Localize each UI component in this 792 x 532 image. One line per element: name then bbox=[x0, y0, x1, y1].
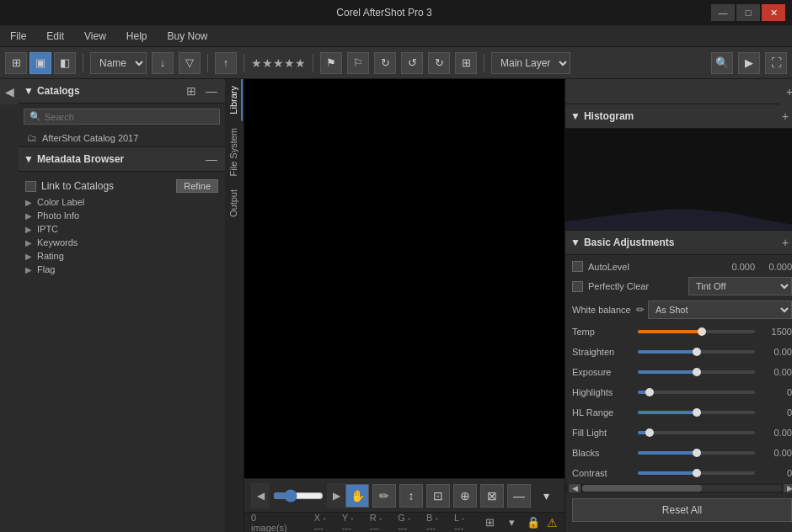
menu-help[interactable]: Help bbox=[123, 29, 151, 44]
search-btn[interactable]: 🔍 bbox=[711, 52, 733, 74]
adj-exposure-track[interactable] bbox=[638, 370, 755, 374]
adj-filllight-label: Fill Light bbox=[572, 428, 633, 438]
adj-hlrange-track[interactable] bbox=[638, 411, 755, 414]
tool-crop-btn[interactable]: ✏ bbox=[372, 484, 396, 508]
white-balance-select[interactable]: As Shot bbox=[648, 301, 792, 319]
zoom-min-btn[interactable]: ◀ bbox=[251, 483, 270, 508]
fullscreen-btn[interactable]: ⛶ bbox=[765, 52, 787, 74]
tab-output[interactable]: Output bbox=[226, 183, 243, 224]
left-panel-collapse-btn[interactable]: ◀ bbox=[0, 79, 19, 104]
perfectly-clear-label: Perfectly Clear bbox=[588, 281, 683, 291]
flag-btn[interactable]: ⚑ bbox=[320, 52, 342, 74]
menu-buynow[interactable]: Buy Now bbox=[164, 29, 211, 44]
metadata-flag[interactable]: ▶ Flag bbox=[19, 263, 225, 276]
layer-select[interactable]: Main Layer bbox=[491, 52, 570, 74]
left-content: ▼ Catalogs ⊞ — 🔍 🗂 After bbox=[19, 79, 225, 532]
metadata-body: Link to Catalogs Refine ▶ Color Label ▶ … bbox=[19, 172, 225, 532]
perfectly-clear-select[interactable]: Tint Off bbox=[688, 277, 792, 295]
adj-contrast-thumb bbox=[693, 469, 701, 477]
tab-filesystem[interactable]: File System bbox=[226, 121, 243, 183]
scroll-left-btn[interactable]: ◀ bbox=[569, 484, 581, 492]
tool-redeye-btn[interactable]: ⊡ bbox=[426, 484, 450, 508]
right-panel-add-btn[interactable]: + bbox=[780, 79, 792, 104]
star-rating[interactable]: ★★★★★ bbox=[251, 56, 306, 70]
metadata-color-label[interactable]: ▶ Color Label bbox=[19, 195, 225, 209]
menu-file[interactable]: File bbox=[7, 29, 29, 44]
tool-hand-btn[interactable]: ✋ bbox=[345, 484, 369, 508]
wb-pencil-icon[interactable]: ✏ bbox=[636, 304, 645, 316]
menu-view[interactable]: View bbox=[81, 29, 110, 44]
filter-btn[interactable]: ▽ bbox=[179, 52, 201, 74]
histogram-svg bbox=[565, 129, 792, 230]
adj-highlights-thumb bbox=[645, 388, 654, 396]
histogram-add-btn[interactable]: + bbox=[777, 108, 792, 125]
status-x: X ---- bbox=[314, 513, 329, 533]
tool-more-btn[interactable]: ▾ bbox=[534, 484, 558, 508]
status-g: G ---- bbox=[398, 513, 413, 533]
histogram-header[interactable]: ▼ Histogram + bbox=[565, 104, 792, 129]
metadata-keywords[interactable]: ▶ Keywords bbox=[19, 236, 225, 249]
adj-horizontal-scroll[interactable]: ◀ ▶ bbox=[565, 483, 792, 493]
sort-dir-btn[interactable]: ↓ bbox=[152, 52, 174, 74]
adj-body: AutoLevel 0.000 0.000 Perfectly Clear Ti… bbox=[565, 255, 792, 530]
catalog-item[interactable]: 🗂 AfterShot Catalog 2017 bbox=[19, 130, 225, 146]
close-button[interactable]: ✕ bbox=[762, 4, 785, 21]
adj-exposure-value: 0.00 bbox=[760, 367, 792, 377]
refine-button[interactable]: Refine bbox=[176, 179, 218, 193]
redo-btn[interactable]: ↻ bbox=[428, 52, 450, 74]
sort-select[interactable]: Name bbox=[90, 52, 147, 74]
adj-filllight-track[interactable] bbox=[638, 431, 755, 434]
single-view-btn[interactable]: ▣ bbox=[29, 52, 51, 74]
histogram-title: ▼ Histogram bbox=[570, 110, 634, 122]
tool-pen-btn[interactable]: — bbox=[507, 484, 531, 508]
catalogs-copy-btn[interactable]: ⊞ bbox=[183, 82, 200, 99]
play-btn[interactable]: ▶ bbox=[738, 52, 760, 74]
flag2-btn[interactable]: ⚐ bbox=[347, 52, 369, 74]
tool-blemish-btn[interactable]: ⊕ bbox=[453, 484, 477, 508]
grid-view-btn[interactable]: ⊞ bbox=[5, 52, 27, 74]
status-lock[interactable]: 🔒 bbox=[525, 514, 542, 531]
catalogs-title: ▼ Catalogs bbox=[24, 85, 80, 97]
zoom-slider[interactable] bbox=[273, 489, 324, 503]
adj-blacks-track[interactable] bbox=[638, 451, 755, 455]
rotate-btn[interactable]: ↻ bbox=[374, 52, 396, 74]
catalog-item-label: AfterShot Catalog 2017 bbox=[42, 133, 138, 143]
autolevel-checkbox[interactable] bbox=[572, 261, 583, 272]
tool-gradient-btn[interactable]: ⊠ bbox=[480, 484, 504, 508]
adj-highlights-value: 0 bbox=[760, 387, 792, 397]
catalogs-add-btn[interactable]: — bbox=[203, 82, 220, 99]
tool-rotate-btn[interactable]: ↕ bbox=[399, 484, 423, 508]
adj-temp-track[interactable] bbox=[638, 330, 755, 333]
adj-highlights-track[interactable] bbox=[638, 391, 755, 394]
metadata-iptc[interactable]: ▶ IPTC bbox=[19, 222, 225, 236]
menu-edit[interactable]: Edit bbox=[43, 29, 67, 44]
link-to-catalogs-checkbox[interactable] bbox=[25, 181, 36, 192]
catalogs-header[interactable]: ▼ Catalogs ⊞ — bbox=[19, 79, 225, 104]
tab-library[interactable]: Library bbox=[226, 79, 243, 121]
reset-all-button[interactable]: Reset All bbox=[572, 498, 792, 522]
adjustments-add-btn[interactable]: + bbox=[777, 234, 792, 251]
minimize-button[interactable]: — bbox=[711, 4, 735, 21]
maximize-button[interactable]: □ bbox=[736, 4, 760, 21]
right-panel-content: + ▼ Histogram + bbox=[565, 79, 792, 532]
search-input[interactable] bbox=[45, 112, 214, 122]
adj-contrast-track[interactable] bbox=[638, 471, 755, 475]
export2-btn[interactable]: ⊞ bbox=[455, 52, 477, 74]
status-icon2[interactable]: ▾ bbox=[503, 514, 520, 531]
perfectly-clear-checkbox[interactable] bbox=[572, 281, 583, 292]
metadata-rating[interactable]: ▶ Rating bbox=[19, 249, 225, 263]
adj-hlrange-fill bbox=[638, 411, 697, 414]
metadata-add-btn[interactable]: — bbox=[203, 151, 220, 168]
undo-btn[interactable]: ↺ bbox=[401, 52, 423, 74]
metadata-photo-info[interactable]: ▶ Photo Info bbox=[19, 209, 225, 222]
export-btn[interactable]: ↑ bbox=[215, 52, 237, 74]
zoom-max-btn[interactable]: ▶ bbox=[327, 483, 345, 508]
collapse-arrow-catalogs: ▼ bbox=[24, 85, 34, 97]
scroll-right-btn[interactable]: ▶ bbox=[784, 484, 792, 492]
status-icon1[interactable]: ⊞ bbox=[481, 514, 498, 531]
adj-straighten-track[interactable] bbox=[638, 350, 755, 354]
compare-view-btn[interactable]: ◧ bbox=[54, 52, 76, 74]
toolbar: ⊞ ▣ ◧ Name ↓ ▽ ↑ ★★★★★ ⚑ ⚐ ↻ ↺ ↻ ⊞ Main … bbox=[0, 47, 792, 79]
metadata-header[interactable]: ▼ Metadata Browser — bbox=[19, 147, 225, 172]
adjustments-header[interactable]: ▼ Basic Adjustments + bbox=[565, 231, 792, 255]
